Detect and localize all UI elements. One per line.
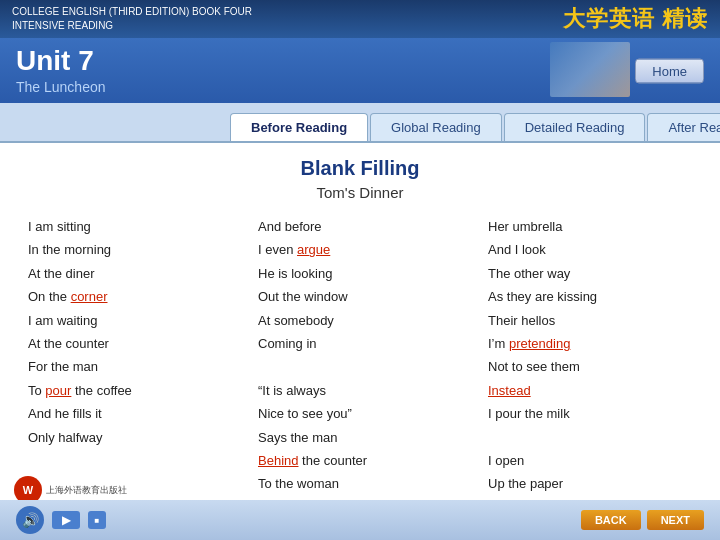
poem-line: The other way	[488, 262, 692, 285]
poem-line: And he fills it	[28, 402, 232, 425]
poem-line: At the diner	[28, 262, 232, 285]
blank-pretending: pretending	[509, 336, 570, 351]
section-title: Blank Filling	[20, 157, 700, 180]
unit-title-block: Unit 7 The Luncheon	[16, 47, 106, 95]
audio-speaker-icon[interactable]: 🔊	[16, 506, 44, 534]
poem-line: Coming in	[258, 332, 462, 355]
poem-line	[488, 426, 692, 449]
unit-subtitle: The Luncheon	[16, 79, 106, 95]
home-button[interactable]: Home	[635, 58, 704, 83]
blank-argue: argue	[297, 242, 330, 257]
poem-line: I’m pretending	[488, 332, 692, 355]
tab-detailed-reading[interactable]: Detailed Reading	[504, 113, 646, 141]
unit-number: Unit 7	[16, 47, 106, 75]
poem-line: Out the window	[258, 285, 462, 308]
nav-tabs: Before Reading Global Reading Detailed R…	[0, 103, 720, 143]
poem-line: For the man	[28, 355, 232, 378]
poem-line: To the woman	[258, 472, 462, 495]
poem-line: I pour the milk	[488, 402, 692, 425]
poem-col-3: Her umbrella And I look The other way As…	[480, 215, 700, 540]
poem-line: I am waiting	[28, 309, 232, 332]
poem-line: Behind the counter	[258, 449, 462, 472]
blank-behind: Behind	[258, 453, 298, 468]
poem-line: I open	[488, 449, 692, 472]
tab-global-reading[interactable]: Global Reading	[370, 113, 502, 141]
poem-line: Says the man	[258, 426, 462, 449]
poem-line: He is looking	[258, 262, 462, 285]
poem-line: I am sitting	[28, 215, 232, 238]
tab-before-reading[interactable]: Before Reading	[230, 113, 368, 141]
poem-line: In the morning	[28, 238, 232, 261]
poem-line: And before	[258, 215, 462, 238]
blank-corner: corner	[71, 289, 108, 304]
audio-controls: 🔊 ▶ ■	[16, 506, 106, 534]
poem-line: At the counter	[28, 332, 232, 355]
play-button[interactable]: ▶	[52, 511, 80, 529]
bottom-bar: 🔊 ▶ ■ BACK NEXT	[0, 500, 720, 540]
nav-buttons: BACK NEXT	[581, 510, 704, 530]
poem-line	[258, 355, 462, 378]
poem-line: On the corner	[28, 285, 232, 308]
poem-line: Instead	[488, 379, 692, 402]
poem-col-2: And before I even argue He is looking Ou…	[250, 215, 470, 540]
top-bar-text: COLLEGE ENGLISH (THIRD EDITION) BOOK FOU…	[12, 5, 252, 33]
poem-line: At somebody	[258, 309, 462, 332]
stop-button[interactable]: ■	[88, 511, 106, 529]
poem-line: And I look	[488, 238, 692, 261]
publisher-text: 上海外语教育出版社	[46, 485, 127, 496]
next-button[interactable]: NEXT	[647, 510, 704, 530]
poem-line: Her umbrella	[488, 215, 692, 238]
poem-line: Nice to see you”	[258, 402, 462, 425]
poem-line: Not to see them	[488, 355, 692, 378]
poem-line: Only halfway	[28, 426, 232, 449]
unit-header: Unit 7 The Luncheon Home	[0, 38, 720, 103]
poem-line: As they are kissing	[488, 285, 692, 308]
subsection-title: Tom's Dinner	[20, 184, 700, 201]
poem-line: I even argue	[258, 238, 462, 261]
poem-line: “It is always	[258, 379, 462, 402]
blank-instead: Instead	[488, 383, 531, 398]
poem-line: Their hellos	[488, 309, 692, 332]
back-button[interactable]: BACK	[581, 510, 641, 530]
poem-line: Up the paper	[488, 472, 692, 495]
top-bar: COLLEGE ENGLISH (THIRD EDITION) BOOK FOU…	[0, 0, 720, 38]
tab-after-reading[interactable]: After Reading	[647, 113, 720, 141]
blank-pour: pour	[45, 383, 71, 398]
poem-line: To pour the coffee	[28, 379, 232, 402]
top-bar-logo: 大学英语 精读	[563, 4, 708, 34]
header-image	[550, 42, 630, 97]
